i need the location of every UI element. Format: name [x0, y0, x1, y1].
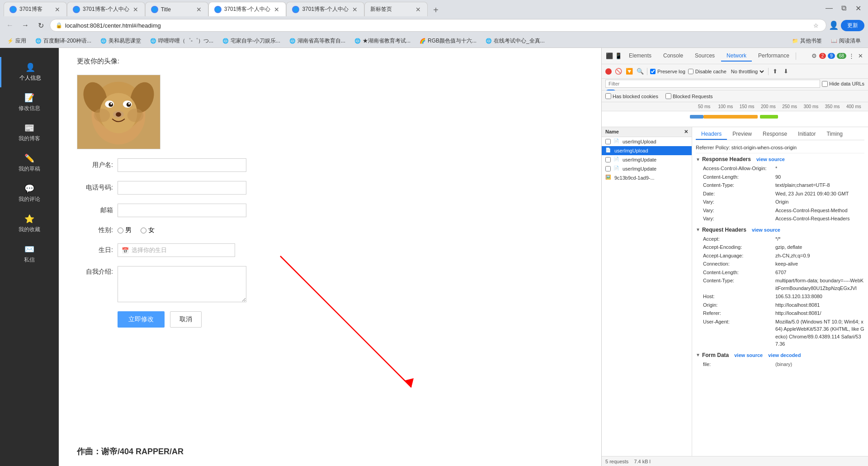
- tab-2[interactable]: 🌐 3701博客-个人中心 ✕: [67, 2, 145, 16]
- tab-6[interactable]: 新标签页 ✕: [364, 2, 428, 16]
- hide-data-urls[interactable]: Hide data URLs: [822, 81, 864, 87]
- star-icon[interactable]: ☆: [811, 21, 821, 30]
- search-icon[interactable]: 🔍: [636, 67, 644, 76]
- blocked-requests[interactable]: Blocked Requests: [665, 93, 713, 99]
- req-3-checkbox[interactable]: [605, 157, 611, 162]
- tab-3-close[interactable]: ✕: [195, 6, 203, 13]
- request-row-4[interactable]: 📄 userImgUpdate: [602, 164, 692, 173]
- response-headers-toggle[interactable]: ▼ Response Headers view source: [696, 156, 864, 162]
- clear-button[interactable]: 🚫: [614, 67, 623, 76]
- bookmark-meihe[interactable]: 🌐 美和易思课堂: [97, 36, 145, 46]
- minimize-button[interactable]: —: [823, 2, 835, 14]
- blocked-cookies-input[interactable]: [605, 93, 611, 99]
- disable-cache-input[interactable]: [688, 69, 693, 74]
- reload-button[interactable]: ↻: [34, 19, 47, 32]
- tab-4[interactable]: 🌐 3701博客-个人中心 ✕: [208, 2, 287, 16]
- bookmark-exam[interactable]: 🌐 在线考试中心_全真...: [482, 36, 548, 46]
- record-button[interactable]: [605, 68, 612, 75]
- sidebar-item-message[interactable]: ✉️ 私信: [0, 239, 59, 269]
- bookmark-hunan-exam[interactable]: 🌐 ★湖南省教育考试...: [351, 36, 414, 46]
- bookmark-bilibili[interactable]: 🌐 哔哩哔哩（゜-゜）つ...: [146, 36, 217, 46]
- response-view-source[interactable]: view source: [756, 157, 785, 162]
- filter-toggle[interactable]: 🔽: [625, 67, 633, 76]
- form-data-toggle[interactable]: ▼ Form Data view source view decoded: [696, 352, 864, 358]
- detail-tab-response[interactable]: Response: [757, 129, 793, 140]
- email-input[interactable]: [118, 204, 246, 217]
- detail-tab-timing[interactable]: Timing: [821, 129, 848, 140]
- sidebar-item-comment[interactable]: 💬 我的评论: [0, 178, 59, 209]
- request-row-1[interactable]: 📄 userImgUpload: [602, 137, 692, 146]
- bookmark-apps[interactable]: ⚡ 应用: [4, 36, 30, 46]
- sidebar-item-draft[interactable]: ✏️ 我的草稿: [0, 148, 59, 178]
- blocked-requests-input[interactable]: [665, 93, 671, 99]
- request-row-3[interactable]: 📄 userImgUpdate: [602, 155, 692, 164]
- filter-input[interactable]: [605, 80, 820, 88]
- bookmark-hunan-edu[interactable]: 🌐 湖南省高等教育自...: [286, 36, 349, 46]
- throttle-select[interactable]: No throttling: [729, 68, 765, 75]
- reading-list[interactable]: 📖 阅读清单: [827, 36, 864, 46]
- form-data-view-source[interactable]: view source: [734, 352, 763, 358]
- female-radio[interactable]: [141, 228, 146, 233]
- form-data-view-decoded[interactable]: view decoded: [768, 352, 801, 358]
- bio-input[interactable]: [118, 266, 246, 302]
- request-headers-toggle[interactable]: ▼ Request Headers view source: [696, 227, 864, 233]
- req-1-checkbox[interactable]: [605, 139, 611, 144]
- preserve-log-input[interactable]: [650, 69, 656, 74]
- request-row-5[interactable]: 🖼️ 9c13b9cd-1ad9-...: [602, 173, 692, 182]
- disable-cache-checkbox[interactable]: Disable cache: [688, 69, 726, 74]
- cancel-button[interactable]: 取消: [170, 311, 202, 328]
- tab-5[interactable]: 🌐 3701博客-个人中心 ✕: [286, 2, 364, 16]
- bookmark-zhaijiazixue[interactable]: 🌐 宅家自学-小刀娱乐...: [219, 36, 284, 46]
- has-blocked-cookies[interactable]: Has blocked cookies: [605, 93, 658, 99]
- close-requests-icon[interactable]: ✕: [684, 129, 688, 135]
- devtools-tab-sources[interactable]: Sources: [689, 51, 720, 62]
- other-bookmarks[interactable]: 📁 其他书签: [788, 36, 826, 46]
- import-icon[interactable]: ⬆: [771, 67, 779, 76]
- tab-5-close[interactable]: ✕: [351, 6, 359, 13]
- devtools-close-icon[interactable]: ✕: [856, 52, 864, 60]
- devtools-settings-icon[interactable]: ⚙: [810, 52, 818, 60]
- address-bar[interactable]: 🔒 localhost:8081/center.html#/headimg ☆: [50, 19, 826, 32]
- devtools-inspect-icon[interactable]: ⬛: [605, 52, 613, 60]
- female-option[interactable]: 女: [141, 226, 155, 234]
- devtools-tab-console[interactable]: Console: [658, 51, 689, 62]
- request-row-2[interactable]: 📄 userImgUpload: [602, 146, 692, 155]
- forward-button[interactable]: →: [19, 19, 32, 32]
- bookmark-rgb[interactable]: 🌈 RGB颜色值与十六...: [416, 36, 480, 46]
- close-button[interactable]: ✕: [852, 2, 864, 14]
- tab-4-close[interactable]: ✕: [273, 6, 280, 13]
- detail-tab-initiator[interactable]: Initiator: [793, 129, 821, 140]
- tab-1-close[interactable]: ✕: [54, 6, 61, 13]
- req-4-checkbox[interactable]: [605, 166, 611, 171]
- sidebar-item-profile[interactable]: 👤 个人信息: [0, 57, 59, 87]
- devtools-tab-elements[interactable]: Elements: [623, 51, 657, 62]
- sidebar-item-blog[interactable]: 📰 我的博客: [0, 118, 59, 148]
- username-input[interactable]: [118, 158, 246, 172]
- new-tab-button[interactable]: +: [429, 4, 442, 16]
- devtools-mobile-icon[interactable]: 📱: [614, 52, 623, 60]
- hide-data-urls-input[interactable]: [822, 81, 828, 87]
- profile-icon[interactable]: 👤: [829, 21, 838, 30]
- birthday-input[interactable]: 📅 选择你的生日: [118, 243, 235, 257]
- tab-2-close[interactable]: ✕: [132, 6, 139, 13]
- submit-button[interactable]: 立即修改: [118, 311, 165, 328]
- tab-3[interactable]: 🌐 Title ✕: [145, 2, 208, 16]
- bookmark-baidu[interactable]: 🌐 百度翻译-200种语...: [32, 36, 95, 46]
- sidebar-item-edit[interactable]: 📝 修改信息: [0, 87, 59, 118]
- back-button[interactable]: ←: [4, 19, 16, 32]
- tab-6-close[interactable]: ✕: [415, 6, 422, 13]
- restore-button[interactable]: ⧉: [837, 2, 850, 14]
- sidebar-item-favorites[interactable]: ⭐ 我的收藏: [0, 209, 59, 239]
- update-button[interactable]: 更新: [841, 20, 864, 31]
- export-icon[interactable]: ⬇: [782, 67, 790, 76]
- devtools-tab-performance[interactable]: Performance: [753, 51, 795, 62]
- male-radio[interactable]: [118, 228, 123, 233]
- request-view-source[interactable]: view source: [752, 227, 780, 233]
- avatar-image[interactable]: [77, 75, 160, 149]
- devtools-tab-network[interactable]: Network: [721, 51, 752, 62]
- phone-input[interactable]: [118, 181, 246, 195]
- devtools-more-icon[interactable]: ⋮: [847, 52, 855, 60]
- preserve-log-checkbox[interactable]: Preserve log: [650, 69, 685, 74]
- male-option[interactable]: 男: [118, 226, 132, 234]
- tab-1[interactable]: 🌐 3701博客 ✕: [4, 2, 67, 16]
